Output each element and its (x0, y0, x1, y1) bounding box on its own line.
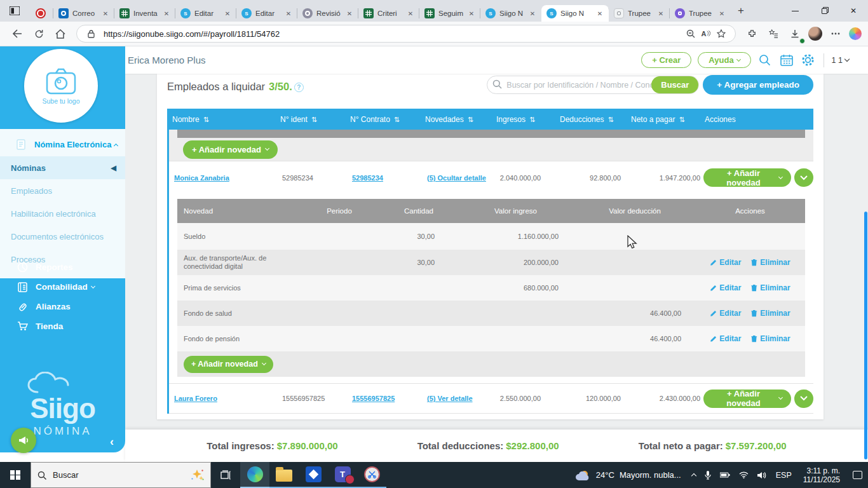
col-ident[interactable]: N° ident⇅ (275, 115, 345, 124)
calendar-icon[interactable] (779, 53, 794, 68)
browser-tab[interactable]: Inventa✕ (114, 5, 175, 22)
editar-link[interactable]: Editar (710, 309, 741, 318)
taskbar-snipping-button[interactable] (357, 462, 386, 488)
favorite-star-icon[interactable] (714, 26, 729, 41)
wifi-icon[interactable] (735, 471, 753, 478)
profile-avatar[interactable] (808, 27, 822, 41)
sidebar-item-alianzas[interactable]: Alianzas (0, 297, 125, 316)
url-text[interactable]: https://siigonube.siigo.com/#/payroll/18… (104, 29, 683, 39)
window-minimize-button[interactable] (780, 0, 810, 22)
col-ingresos[interactable]: Ingresos⇅ (491, 115, 555, 124)
announcements-button[interactable] (11, 428, 36, 453)
browser-tab[interactable]: Revisió✕ (297, 5, 358, 22)
agregar-empleado-button[interactable]: + Agregar empleado (703, 75, 813, 95)
start-button[interactable] (0, 462, 31, 488)
browser-tab[interactable]: SSiigo N✕ (480, 5, 541, 22)
close-icon[interactable]: ✕ (283, 8, 294, 18)
page-scrollbar[interactable] (864, 212, 867, 459)
sidebar-item-empleados[interactable]: Empleados (0, 179, 125, 202)
close-icon[interactable]: ✕ (344, 8, 355, 18)
taskbar-edge-button[interactable] (240, 462, 269, 488)
anadir-novedad-button[interactable]: + Añadir novedad (703, 168, 791, 187)
eliminar-link[interactable]: Eliminar (751, 309, 790, 318)
user-badge[interactable]: 1 1 (832, 56, 849, 65)
settings-dots-icon[interactable] (827, 25, 844, 43)
language-indicator[interactable]: ESP (771, 471, 797, 480)
sidebar-item-habilitacion[interactable]: Habilitación electrónica (0, 202, 125, 225)
close-icon[interactable]: ✕ (527, 8, 538, 18)
contract-link[interactable]: 15556957825 (352, 395, 395, 402)
address-bar[interactable]: https://siigonube.siigo.com/#/payroll/18… (76, 25, 736, 43)
weather-widget[interactable]: 24°C Mayorm. nubla... (568, 470, 688, 481)
close-icon[interactable]: ✕ (656, 8, 666, 18)
col-contrato[interactable]: N° Contrato⇅ (345, 115, 420, 124)
collections-icon[interactable] (764, 25, 782, 43)
browser-tab-pinned[interactable] (27, 5, 53, 22)
contract-link[interactable]: 52985234 (352, 174, 383, 182)
sort-icon[interactable]: ⇅ (529, 116, 535, 124)
col-nombre[interactable]: Nombre⇅ (167, 115, 275, 124)
crear-button[interactable]: + Crear (641, 52, 691, 68)
col-neto[interactable]: Neto a pagar⇅ (626, 115, 700, 124)
close-icon[interactable]: ✕ (100, 8, 111, 18)
sidebar-item-nominas[interactable]: Nóminas◀ (0, 156, 125, 179)
browser-tab-active[interactable]: SSiigo N✕ (541, 5, 609, 22)
taskbar-explorer-button[interactable] (269, 462, 299, 488)
sort-icon[interactable]: ⇅ (468, 116, 473, 124)
sort-icon[interactable]: ⇅ (394, 116, 400, 124)
browser-tab[interactable]: SEditar✕ (175, 5, 236, 22)
anadir-novedad-button[interactable]: + Añadir novedad (183, 140, 278, 159)
sort-icon[interactable]: ⇅ (607, 116, 613, 124)
expand-row-button[interactable] (794, 390, 813, 408)
taskbar-search[interactable]: Buscar (31, 462, 211, 488)
browser-tab[interactable]: Seguim✕ (419, 5, 480, 22)
close-icon[interactable]: ✕ (717, 8, 727, 18)
gear-icon[interactable] (801, 53, 816, 68)
editar-link[interactable]: Editar (710, 334, 741, 343)
eliminar-link[interactable]: Eliminar (751, 283, 790, 292)
toggle-detail-link[interactable]: (5) Ocultar detalle (427, 174, 486, 182)
window-close-button[interactable]: ✕ (839, 0, 868, 22)
sidebar-item-documentos[interactable]: Documentos electrónicos (0, 225, 125, 248)
read-aloud-icon[interactable]: A (698, 26, 714, 41)
toggle-detail-link[interactable]: (5) Ver detalle (427, 395, 473, 402)
company-logo-upload[interactable]: Sube tu logo (24, 49, 98, 123)
editar-link[interactable]: Editar (710, 283, 741, 292)
extensions-icon[interactable] (743, 25, 761, 43)
ayuda-button[interactable]: Ayuda (698, 52, 750, 68)
buscar-button[interactable]: Buscar (651, 76, 698, 93)
tray-expand-button[interactable] (688, 472, 700, 478)
sidebar-item-tienda[interactable]: Tienda (0, 316, 125, 336)
editar-link[interactable]: Editar (710, 258, 741, 267)
new-tab-button[interactable]: + (732, 2, 750, 20)
browser-tab[interactable]: Criteri✕ (358, 5, 419, 22)
downloads-icon[interactable] (786, 25, 804, 43)
zoom-out-icon[interactable] (683, 26, 698, 41)
close-icon[interactable]: ✕ (405, 8, 416, 18)
eliminar-link[interactable]: Eliminar (751, 258, 790, 267)
employee-name-link[interactable]: Monica Zanabria (174, 174, 229, 182)
col-novedades[interactable]: Novedades⇅ (420, 115, 491, 124)
collapse-row-button[interactable] (794, 168, 813, 187)
refresh-icon[interactable] (30, 25, 48, 43)
browser-tab[interactable]: SEditar✕ (236, 5, 297, 22)
sidebar-item-reportes[interactable]: Reportes (0, 257, 125, 277)
anadir-novedad-button[interactable]: + Añadir novedad (184, 356, 273, 373)
browser-tab[interactable]: Trupee✕ (670, 5, 731, 22)
sort-icon[interactable]: ⇅ (679, 116, 684, 124)
microphone-icon[interactable] (700, 471, 715, 480)
home-icon[interactable] (51, 25, 69, 43)
sidebar-collapse-button[interactable]: ‹ (110, 435, 114, 449)
search-icon[interactable] (757, 53, 773, 68)
employee-name-link[interactable]: Laura Forero (174, 395, 217, 402)
close-icon[interactable]: ✕ (595, 8, 605, 18)
col-deducciones[interactable]: Deducciones⇅ (555, 115, 626, 124)
clock[interactable]: 3:11 p. m. 11/11/2025 (797, 466, 846, 484)
battery-icon[interactable] (715, 472, 735, 478)
back-icon[interactable] (8, 25, 26, 43)
anadir-novedad-button[interactable]: + Añadir novedad (703, 390, 791, 408)
sort-icon[interactable]: ⇅ (311, 116, 317, 124)
help-icon[interactable]: ? (294, 83, 304, 92)
browser-tab[interactable]: Trupee✕ (609, 5, 670, 22)
copilot-icon[interactable] (849, 27, 862, 40)
